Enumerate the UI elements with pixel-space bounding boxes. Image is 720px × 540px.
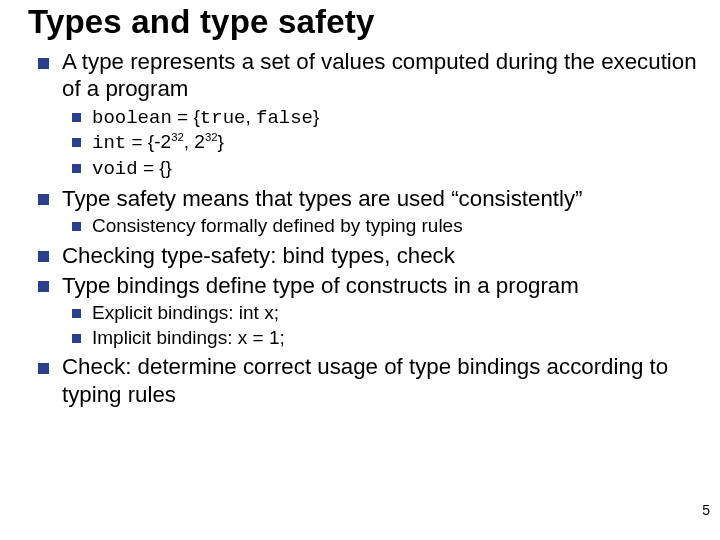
sub-bullet-item: Explicit bindings: int x;: [62, 301, 700, 326]
sub-bullet-item: Consistency formally defined by typing r…: [62, 214, 700, 239]
bullet-item: Checking type-safety: bind types, check: [28, 242, 700, 269]
sub-bullet-item: void = {}: [62, 156, 700, 182]
sub-bullet-list: boolean = {true, false}int = {-232, 232}…: [62, 105, 700, 182]
sub-bullet-list: Consistency formally defined by typing r…: [62, 214, 700, 239]
page-number: 5: [702, 502, 710, 518]
bullet-text: Type safety means that types are used “c…: [62, 186, 583, 211]
sub-bullet-item: boolean = {true, false}: [62, 105, 700, 131]
bullet-list: A type represents a set of values comput…: [28, 48, 700, 407]
slide: Types and type safety A type represents …: [0, 0, 720, 540]
slide-title: Types and type safety: [28, 4, 700, 40]
sub-bullet-item: Implicit bindings: x = 1;: [62, 326, 700, 351]
bullet-item: Type bindings define type of constructs …: [28, 272, 700, 351]
bullet-text: A type represents a set of values comput…: [62, 49, 697, 101]
bullet-text: Type bindings define type of constructs …: [62, 273, 579, 298]
bullet-text: Checking type-safety: bind types, check: [62, 243, 455, 268]
bullet-item: A type represents a set of values comput…: [28, 48, 700, 181]
bullet-item: Type safety means that types are used “c…: [28, 185, 700, 239]
bullet-item: Check: determine correct usage of type b…: [28, 353, 700, 407]
bullet-text: Check: determine correct usage of type b…: [62, 354, 668, 406]
sub-bullet-item: int = {-232, 232}: [62, 130, 700, 156]
sub-bullet-list: Explicit bindings: int x;Implicit bindin…: [62, 301, 700, 350]
